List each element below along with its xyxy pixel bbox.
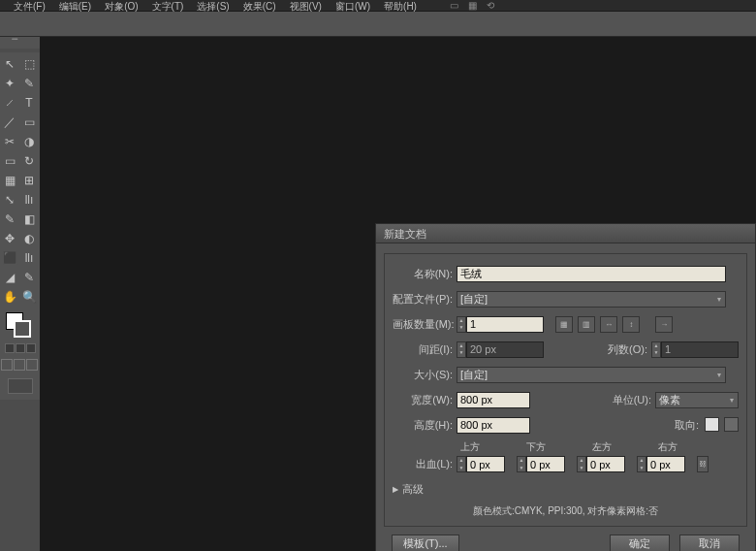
line-tool[interactable]: ／: [0, 113, 19, 132]
free-transform-tool[interactable]: ▦: [0, 171, 19, 190]
name-label: 名称(N):: [393, 267, 457, 281]
screen-mode-button[interactable]: [8, 378, 33, 394]
menu-bar: 文件(F) 编辑(E) 对象(O) 文字(T) 选择(S) 效果(C) 视图(V…: [0, 0, 756, 12]
orientation-portrait[interactable]: [705, 417, 719, 432]
arrange-col-icon[interactable]: ↕: [622, 316, 640, 333]
toolbox: ↖ ⬚ ✦ ✎ ⟋ T ／ ▭ ✂ ◑ ▭ ↻ ▦ ⊞ ⤡ llı ✎ ◧ ✥ …: [0, 52, 40, 400]
grid-by-row-icon[interactable]: ▦: [555, 316, 573, 333]
columns-label: 列数(O):: [601, 342, 651, 357]
disclosure-triangle-icon: ▶: [393, 485, 398, 494]
advanced-summary: 颜色模式:CMYK, PPI:300, 对齐像素网格:否: [393, 504, 739, 518]
name-input[interactable]: [457, 266, 726, 282]
bleed-top-input[interactable]: [466, 456, 505, 472]
dialog-title: 新建文档: [376, 224, 755, 243]
advanced-toggle[interactable]: ▶ 高级: [393, 482, 739, 497]
columns-input: [661, 341, 739, 358]
templates-button[interactable]: 模板(T)...: [392, 535, 459, 551]
workspace: ↖ ⬚ ✦ ✎ ⟋ T ／ ▭ ✂ ◑ ▭ ↻ ▦ ⊞ ⤡ llı ✎ ◧ ✥ …: [0, 37, 756, 551]
pen-tool[interactable]: ⟋: [0, 93, 19, 113]
scissors-tool[interactable]: ✂: [0, 132, 19, 151]
blend-tool[interactable]: ✥: [0, 229, 19, 248]
menu-effect[interactable]: 效果(C): [243, 0, 276, 14]
new-document-dialog: 新建文档 名称(N): 配置文件(P): [自定] 画板数量(M): ▲▼ ▦: [375, 223, 756, 551]
width-tool[interactable]: ↻: [19, 151, 39, 171]
artboard-arrange-icons: ▦ ▥ ↔ ↕ →: [555, 316, 675, 333]
menu-file[interactable]: 文件(F): [14, 0, 46, 14]
orientation-group: [703, 417, 739, 433]
bleed-label: 出血(L):: [393, 457, 457, 471]
zoom-tool[interactable]: 🔍: [19, 287, 39, 307]
menu-window[interactable]: 窗口(W): [335, 0, 370, 14]
units-label: 单位(U):: [605, 393, 655, 407]
menu-help[interactable]: 帮助(H): [384, 0, 417, 14]
mesh-tool[interactable]: llı: [19, 190, 39, 210]
bleed-headers: 上方 下方 左方 右方: [393, 440, 739, 454]
arrange-icon[interactable]: ▦: [468, 0, 477, 11]
gradient-btn[interactable]: [16, 343, 25, 353]
rtl-icon[interactable]: →: [655, 316, 673, 333]
menu-view[interactable]: 视图(V): [290, 0, 322, 14]
orientation-label: 取向:: [664, 418, 703, 433]
color-mode-row: [0, 343, 40, 355]
height-input[interactable]: [457, 417, 530, 434]
width-input[interactable]: [457, 392, 530, 408]
perspective-tool[interactable]: ⤡: [0, 190, 19, 210]
rectangle-tool[interactable]: ▭: [19, 113, 39, 132]
spacing-input: [466, 341, 544, 358]
control-bar: [0, 12, 756, 37]
rotate-tool[interactable]: ◑: [19, 132, 39, 151]
menu-type[interactable]: 文字(T): [152, 0, 184, 14]
fill-stroke-swatch[interactable]: [0, 310, 40, 343]
size-label: 大小(S):: [393, 368, 457, 382]
gradient-tool[interactable]: ✎: [0, 210, 19, 229]
profile-label: 配置文件(P):: [393, 292, 457, 307]
width-label: 宽度(W):: [393, 393, 457, 407]
size-select[interactable]: [自定]: [457, 367, 726, 383]
hand-tool[interactable]: ✋: [0, 287, 19, 307]
draw-behind[interactable]: [14, 359, 25, 371]
draw-mode-row: [0, 359, 40, 373]
bleed-left-input[interactable]: [586, 456, 625, 472]
artboards-input[interactable]: [466, 316, 544, 333]
cloud-icon[interactable]: ⟲: [487, 0, 494, 11]
symbol-sprayer-tool[interactable]: ◐: [19, 229, 39, 248]
ok-button[interactable]: 确定: [610, 535, 670, 551]
eraser-tool[interactable]: ✎: [19, 268, 39, 287]
panel-tab[interactable]: [0, 37, 40, 49]
stroke-swatch[interactable]: [14, 320, 31, 338]
bridge-icon[interactable]: ▭: [450, 0, 458, 11]
lasso-tool[interactable]: ✎: [19, 74, 39, 93]
artboard-tool[interactable]: llı: [19, 248, 39, 268]
slice-tool[interactable]: ◢: [0, 268, 19, 287]
screen-mode-row: [0, 378, 40, 398]
direct-selection-tool[interactable]: ⬚: [19, 54, 39, 74]
column-graph-tool[interactable]: ⬛: [0, 248, 19, 268]
draw-inside[interactable]: [26, 359, 38, 371]
profile-select[interactable]: [自定]: [457, 291, 726, 308]
selection-tool[interactable]: ↖: [0, 54, 19, 74]
menu-object[interactable]: 对象(O): [105, 0, 138, 14]
shape-builder-tool[interactable]: ⊞: [19, 171, 39, 190]
cancel-button[interactable]: 取消: [679, 535, 740, 551]
draw-normal[interactable]: [1, 359, 13, 371]
color-btn[interactable]: [5, 343, 15, 353]
eyedropper-tool[interactable]: ◧: [19, 210, 39, 229]
type-tool[interactable]: T: [19, 93, 39, 113]
menu-edit[interactable]: 编辑(E): [59, 0, 91, 14]
units-select[interactable]: 像素: [655, 392, 739, 408]
spacing-label: 间距(I):: [393, 342, 457, 357]
arrange-row-icon[interactable]: ↔: [600, 316, 617, 333]
orientation-landscape[interactable]: [724, 417, 739, 432]
magic-wand-tool[interactable]: ✦: [0, 74, 19, 93]
artboards-label: 画板数量(M):: [393, 317, 457, 332]
height-label: 高度(H):: [393, 418, 457, 433]
none-btn[interactable]: [26, 343, 36, 353]
grid-by-col-icon[interactable]: ▥: [578, 316, 595, 333]
bleed-right-input[interactable]: [646, 456, 685, 472]
scale-tool[interactable]: ▭: [0, 151, 19, 171]
bleed-link-icon[interactable]: ⛓: [697, 456, 709, 472]
menu-select[interactable]: 选择(S): [197, 0, 229, 14]
bleed-bottom-input[interactable]: [526, 456, 565, 472]
